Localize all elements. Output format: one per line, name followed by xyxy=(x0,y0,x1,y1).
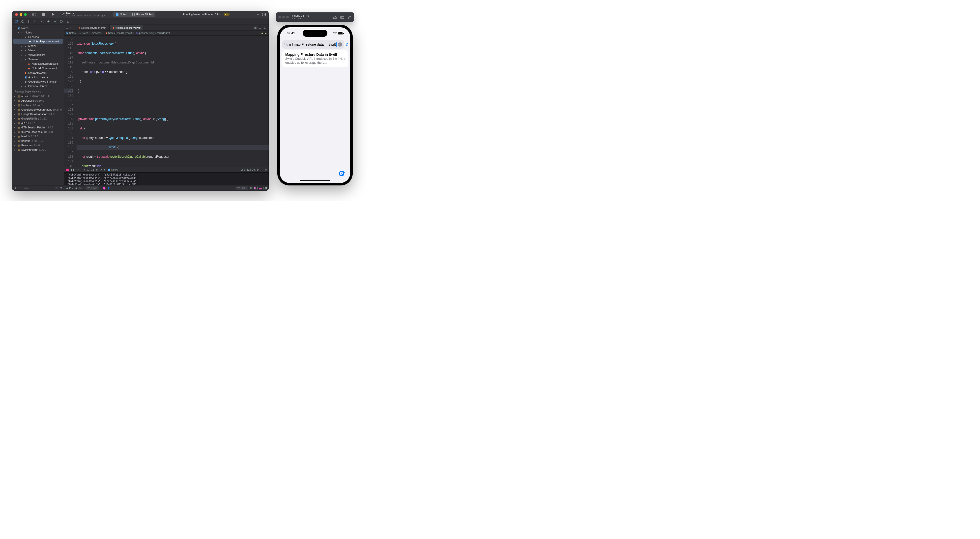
package-dependency-item[interactable]: ▸▦AppCheck10.19.0 xyxy=(12,99,64,103)
code-editor[interactable]: 1081091151161171181191201211221231241251… xyxy=(64,36,269,167)
package-dependency-item[interactable]: ▸▦gRPC1.62.2 xyxy=(12,121,64,125)
scheme-picker[interactable]: Notes 〉 iPhone 15 Pro xyxy=(113,12,155,17)
file-tree-item[interactable]: ▸▸Views xyxy=(12,48,64,53)
sim-close[interactable] xyxy=(278,16,281,18)
package-dependency-item[interactable]: ▸▦leveldb1.22.5 xyxy=(12,134,64,139)
editor-tab-active[interactable]: ◆ NotesRepository.swift xyxy=(110,25,144,30)
disclosure-icon[interactable]: ▸ xyxy=(21,45,23,47)
toggle-console-view[interactable] xyxy=(263,187,267,190)
step-out-icon[interactable]: ⬡ xyxy=(87,168,89,171)
file-tree-item[interactable]: ◆NotesApp.swift xyxy=(12,70,64,75)
screenshot-icon[interactable] xyxy=(340,15,344,19)
package-dependency-item[interactable]: ▸▦GTMSessionFetcher3.4.1 xyxy=(12,125,64,130)
environment-icon[interactable]: ⚙ xyxy=(100,168,102,171)
disclosure-icon[interactable]: ▸ xyxy=(14,122,16,124)
warnings-badge[interactable]: ▲ 2 xyxy=(224,13,229,16)
pause-icon[interactable]: ❚❚ xyxy=(71,168,75,171)
source-control-navigator-icon[interactable]: ◇ xyxy=(21,19,24,23)
file-tree-item[interactable]: ▸▸ViewModifiers xyxy=(12,53,64,57)
breakpoint-toggle[interactable] xyxy=(66,169,68,171)
find-navigator-icon[interactable] xyxy=(34,19,37,23)
trash-icon[interactable]: 🗑 xyxy=(250,187,252,190)
project-root[interactable]: ▾ ▣ Notes xyxy=(12,26,64,30)
package-dependency-item[interactable]: ▸▦GoogleDataTransport9.4.0 xyxy=(12,112,64,116)
window-minimize[interactable] xyxy=(19,13,22,16)
search-field[interactable]: n I map Firestone data in Swift ✕ xyxy=(282,40,344,49)
disclosure-icon[interactable]: ▾ xyxy=(21,58,23,61)
add-button[interactable]: ＋ xyxy=(256,12,260,17)
editor-tab[interactable]: ◆ NotesListScreen.swift xyxy=(75,25,110,30)
disclosure-icon[interactable]: ▸ xyxy=(14,126,16,129)
package-dependency-item[interactable]: ▸▦abseil1.2024011601.1 xyxy=(12,94,64,99)
step-over-icon[interactable]: ↓ xyxy=(81,168,82,171)
file-tree-item[interactable]: ▸▸Preview Content xyxy=(12,84,64,88)
disclosure-icon[interactable]: ▸ xyxy=(14,118,16,120)
stop-button[interactable] xyxy=(41,13,46,16)
issue-navigator-icon[interactable]: △ xyxy=(40,19,44,23)
auto-variables-picker[interactable]: Auto ⌄ xyxy=(66,187,74,190)
console-target-icon[interactable]: ⬤ xyxy=(103,187,106,190)
toggle-left-panel-icon[interactable] xyxy=(31,13,37,16)
info-icon[interactable]: ⓘ xyxy=(79,187,81,190)
filter-icon[interactable] xyxy=(19,187,22,190)
toggle-right-panel-icon[interactable] xyxy=(262,13,266,16)
recent-files-icon[interactable]: ☰ xyxy=(55,187,58,190)
nav-back-icon[interactable]: ‹ xyxy=(70,26,71,29)
disclosure-icon[interactable]: ▾ xyxy=(17,32,19,34)
compose-button[interactable] xyxy=(339,170,345,177)
adjust-editor-icon[interactable]: ☰ xyxy=(259,26,261,29)
disclosure-icon[interactable]: ▸ xyxy=(21,54,23,56)
scm-filter-icon[interactable]: ⊡ xyxy=(60,187,62,190)
code-review-icon[interactable]: ⇄ xyxy=(254,26,256,29)
toggle-variables-view[interactable] xyxy=(254,187,258,190)
process-picker[interactable]: Notes xyxy=(108,168,118,171)
file-tree-item[interactable]: ▣Assets.xcassets xyxy=(12,75,64,79)
file-tree-item[interactable]: ◆NotesListScreen.swift xyxy=(12,62,64,66)
file-tree-item-selected[interactable]: ◆NotesRepository.swift xyxy=(13,39,63,44)
disclosure-icon[interactable]: ▸ xyxy=(14,131,16,133)
disclosure-icon[interactable]: ▾ xyxy=(14,27,16,29)
step-into-icon[interactable]: ↑ xyxy=(84,168,85,171)
package-dependency-item[interactable]: ▸▦GoogleAppMeasurement10.24.0 xyxy=(12,107,64,112)
debug-view-icon[interactable]: ⎇ xyxy=(91,168,94,171)
breakpoint-navigator-icon[interactable] xyxy=(60,19,63,23)
disclosure-icon[interactable]: ▸ xyxy=(21,49,23,51)
disclosure-icon[interactable]: ▸ xyxy=(14,149,16,151)
disclosure-icon[interactable]: ▸ xyxy=(14,108,16,111)
debug-console[interactable]: ["GybbVqm9jHoaodmwVpYv", "sJzK54Rz9iBrWi… xyxy=(64,172,269,185)
bookmarks-navigator-icon[interactable] xyxy=(27,19,31,23)
search-result-card[interactable]: Mapping Firestore Data in Swift Swift's … xyxy=(282,50,348,67)
package-dependency-item[interactable]: ▸▦nanopb2.30910.0 xyxy=(12,139,64,143)
console-user-icon[interactable]: 👤 xyxy=(107,187,110,190)
disclosure-icon[interactable]: ▸ xyxy=(14,104,16,106)
file-tree-item[interactable]: ≣GoogleService-Info.plist xyxy=(12,79,64,84)
clear-search-icon[interactable]: ✕ xyxy=(338,42,342,46)
cancel-button[interactable]: Cancel xyxy=(346,42,350,46)
jump-bar[interactable]: ▣Notes 〉 ▸Notes 〉 Services 〉 ◆NotesRepos… xyxy=(64,31,269,36)
file-tree-item[interactable]: ▾▸Services xyxy=(12,35,64,39)
file-tree-item[interactable]: ◆NoteEditScreen.swift xyxy=(12,66,64,70)
eye-icon[interactable]: ◉ xyxy=(75,187,78,190)
minimap-icon[interactable]: ▭ xyxy=(264,168,267,171)
next-issue-icon[interactable]: ▶ xyxy=(265,32,267,35)
file-tree-item[interactable]: ▸▸Model xyxy=(12,44,64,48)
file-tree-item[interactable]: ▾▸Notes xyxy=(12,30,64,35)
source-code[interactable]: extension NotesRepository { func semanti… xyxy=(76,36,269,167)
disclosure-icon[interactable]: ▸ xyxy=(14,113,16,115)
prev-issue-icon[interactable]: ◀ xyxy=(261,32,263,35)
disclosure-icon[interactable]: ▸ xyxy=(14,95,16,97)
location-icon[interactable]: ➤ xyxy=(104,168,106,171)
console-filter-input[interactable]: Filter xyxy=(235,187,248,190)
sim-zoom[interactable] xyxy=(286,16,289,18)
package-dependency-item[interactable]: ▸▦GoogleUtilities7.13.1 xyxy=(12,116,64,121)
variables-filter-input[interactable]: Filter xyxy=(86,187,99,190)
add-file-button[interactable]: ＋ xyxy=(14,187,17,190)
window-zoom[interactable] xyxy=(24,13,27,16)
disclosure-icon[interactable]: ▸ xyxy=(14,144,16,147)
package-dependency-item[interactable]: ▸▦InteropForGoogle100.0.0 xyxy=(12,130,64,134)
memory-graph-icon[interactable]: ⎋ xyxy=(96,168,98,171)
share-icon[interactable] xyxy=(348,15,352,19)
home-icon[interactable] xyxy=(333,15,337,19)
debug-navigator-icon[interactable] xyxy=(53,19,57,23)
disclosure-icon[interactable]: ▸ xyxy=(21,85,23,87)
